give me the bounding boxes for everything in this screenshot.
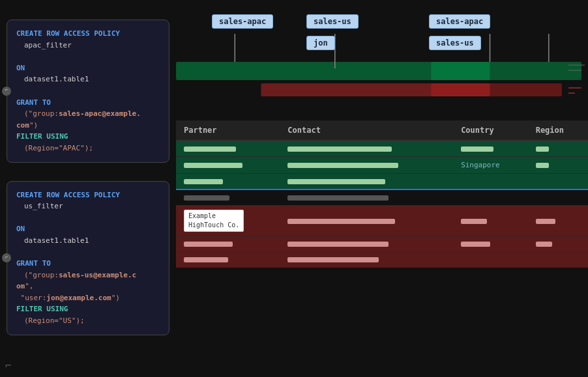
cell-country: Singapore [453, 157, 528, 174]
policy-name-1: apac_filter [16, 40, 160, 51]
cell-region [528, 206, 588, 236]
left-panel: ⌐ CREATE ROW ACCESS POLICY apac_filter O… [0, 0, 176, 377]
main-container: ⌐ CREATE ROW ACCESS POLICY apac_filter O… [0, 0, 588, 377]
svg-rect-1 [261, 83, 490, 96]
svg-rect-2 [431, 62, 581, 80]
cell-partner [176, 189, 280, 206]
cell-contact [280, 189, 453, 206]
col-header-country: Country [453, 120, 528, 141]
kw-grant-1: GRANT TO [16, 98, 51, 107]
chip-sales-us-1: sales-us [306, 14, 359, 29]
kw-grant-2: GRANT TO [16, 259, 51, 268]
cell-contact [280, 206, 453, 236]
col-header-partner: Partner [176, 120, 280, 141]
col-header-contact: Contact [280, 120, 453, 141]
filter-value-1: (Region="APAC"); [16, 144, 93, 152]
cell-contact [280, 141, 453, 157]
kw-on-1: ON [16, 64, 25, 72]
chip-jon: jon [306, 36, 335, 50]
cell-partner [176, 236, 280, 252]
table-header-row: Partner Contact Country Region [176, 120, 588, 141]
tags-area: sales-apac sales-us jon sales-apac sales… [176, 0, 588, 120]
kw-create-1: CREATE ROW ACCESS POLICY [16, 29, 120, 38]
cell-region [528, 252, 588, 268]
svg-rect-0 [176, 62, 490, 80]
cell-contact [280, 157, 453, 174]
data-table: Partner Contact Country Region [176, 120, 588, 268]
cell-region [528, 141, 588, 157]
cell-country [453, 189, 528, 206]
table-row [176, 141, 588, 157]
block-icon-2: ⌐ [2, 253, 11, 262]
cell-contact [280, 252, 453, 268]
table-row [176, 236, 588, 252]
grant-value-1: ("group:sales-apac@example. com") [16, 109, 141, 130]
kw-filter-1: FILTER USING [16, 132, 68, 141]
cell-region [528, 174, 588, 190]
cell-region [528, 236, 588, 252]
cell-region [528, 189, 588, 206]
cell-country [453, 252, 528, 268]
cell-country [453, 141, 528, 157]
cell-country [453, 206, 528, 236]
chip-sales-us-2: sales-us [429, 36, 481, 50]
code-block-us: ⌐ CREATE ROW ACCESS POLICY us_filter ON … [7, 181, 169, 335]
chip-sales-apac-1: sales-apac [212, 14, 273, 29]
cell-contact [280, 174, 453, 190]
cell-country [453, 236, 528, 252]
highlighted-partner-cell: ExampleHighTouch Co. [184, 210, 244, 232]
cell-partner [176, 174, 280, 190]
table-row [176, 252, 588, 268]
cell-partner [176, 252, 280, 268]
table-row: Singapore [176, 157, 588, 174]
cell-region [528, 157, 588, 174]
code-block-apac: ⌐ CREATE ROW ACCESS POLICY apac_filter O… [7, 20, 169, 163]
cell-contact [280, 236, 453, 252]
grant-value-2: ("group:sales-us@example.c om", "user:jo… [16, 271, 136, 302]
filter-value-2: (Region="US"); [16, 316, 85, 325]
table-row [176, 189, 588, 206]
table-ref-2: dataset1.table1 [16, 235, 160, 247]
svg-rect-3 [431, 83, 562, 96]
cell-partner [176, 157, 280, 174]
col-header-region: Region [528, 120, 588, 141]
block-icon-1: ⌐ [2, 87, 11, 96]
table-ref-1: dataset1.table1 [16, 74, 160, 85]
kw-create-2: CREATE ROW ACCESS POLICY [16, 191, 120, 199]
cell-partner-highlighted: ExampleHighTouch Co. [176, 206, 280, 236]
right-panel: sales-apac sales-us jon sales-apac sales… [176, 0, 588, 377]
kw-on-2: ON [16, 225, 25, 233]
table-row: ExampleHighTouch Co. [176, 206, 588, 236]
cell-country [453, 174, 528, 190]
cell-partner [176, 141, 280, 157]
table-row [176, 174, 588, 190]
bottom-left-icon: ⌐ [5, 359, 12, 372]
chip-sales-apac-2: sales-apac [429, 14, 490, 29]
kw-filter-2: FILTER USING [16, 305, 68, 313]
policy-name-2: us_filter [16, 201, 160, 212]
table-area: Partner Contact Country Region [176, 120, 588, 377]
